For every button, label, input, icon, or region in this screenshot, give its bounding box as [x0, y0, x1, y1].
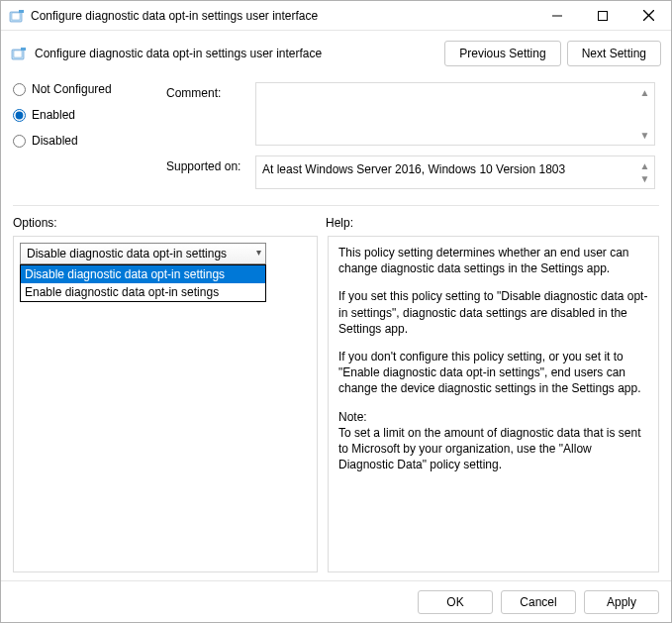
footer: OK Cancel Apply — [1, 580, 671, 622]
policy-name: Configure diagnostic data opt-in setting… — [35, 47, 322, 60]
radio-not-configured-label: Not Configured — [32, 82, 112, 96]
apply-button[interactable]: Apply — [584, 590, 659, 614]
options-label: Options: — [13, 216, 326, 230]
radio-disabled[interactable]: Disabled — [13, 134, 166, 148]
options-dropdown-item[interactable]: Disable diagnostic data opt-in settings — [21, 265, 265, 283]
radio-not-configured[interactable]: Not Configured — [13, 82, 166, 96]
svg-rect-4 — [599, 11, 608, 20]
options-combobox[interactable]: Disable diagnostic data opt-in settings … — [20, 243, 266, 264]
options-dropdown: Disable diagnostic data opt-in settings … — [20, 264, 266, 302]
subheader: Configure diagnostic data opt-in setting… — [1, 31, 671, 70]
svg-rect-8 — [14, 51, 22, 57]
scroll-down-icon[interactable]: ▼ — [637, 171, 652, 186]
supported-on-value: At least Windows Server 2016, Windows 10… — [262, 162, 565, 176]
titlebar: Configure diagnostic data opt-in setting… — [1, 1, 671, 31]
chevron-down-icon: ▾ — [256, 247, 261, 258]
comment-label: Comment: — [166, 82, 255, 100]
close-button[interactable] — [625, 1, 671, 30]
radio-disabled-label: Disabled — [32, 134, 78, 148]
options-combobox-value: Disable diagnostic data opt-in settings — [27, 247, 227, 260]
radio-disabled-input[interactable] — [13, 135, 26, 148]
scroll-up-icon[interactable]: ▲ — [637, 85, 652, 100]
cancel-button[interactable]: Cancel — [501, 590, 576, 614]
help-text: This policy setting determines whether a… — [338, 245, 648, 276]
supported-on-label: Supported on: — [166, 156, 255, 173]
gpo-policy-icon — [9, 8, 25, 24]
svg-rect-2 — [19, 10, 24, 13]
radio-enabled-label: Enabled — [32, 108, 75, 122]
svg-rect-1 — [12, 13, 20, 20]
help-text: To set a limit on the amount of diagnost… — [338, 425, 648, 473]
help-text: If you don't configure this policy setti… — [338, 349, 648, 397]
gpo-policy-icon — [11, 46, 27, 61]
svg-rect-9 — [21, 48, 26, 51]
help-text: Note: — [338, 409, 648, 425]
maximize-button[interactable] — [580, 1, 625, 30]
minimize-button[interactable] — [534, 1, 580, 30]
comment-textbox[interactable]: ▲ ▼ — [255, 82, 655, 146]
scroll-down-icon[interactable]: ▼ — [637, 128, 652, 143]
ok-button[interactable]: OK — [418, 590, 493, 614]
previous-setting-button[interactable]: Previous Setting — [444, 41, 560, 66]
radio-not-configured-input[interactable] — [13, 83, 26, 96]
window-title: Configure diagnostic data opt-in setting… — [31, 9, 534, 23]
next-setting-button[interactable]: Next Setting — [567, 41, 661, 66]
options-dropdown-item[interactable]: Enable diagnostic data opt-in setings — [21, 283, 265, 301]
help-panel: This policy setting determines whether a… — [328, 236, 659, 572]
help-text: If you set this policy setting to "Disab… — [338, 288, 648, 337]
radio-enabled-input[interactable] — [13, 109, 26, 122]
help-label: Help: — [326, 216, 353, 230]
supported-on-box: At least Windows Server 2016, Windows 10… — [255, 156, 655, 189]
options-panel: Disable diagnostic data opt-in settings … — [13, 236, 318, 572]
radio-enabled[interactable]: Enabled — [13, 108, 166, 122]
